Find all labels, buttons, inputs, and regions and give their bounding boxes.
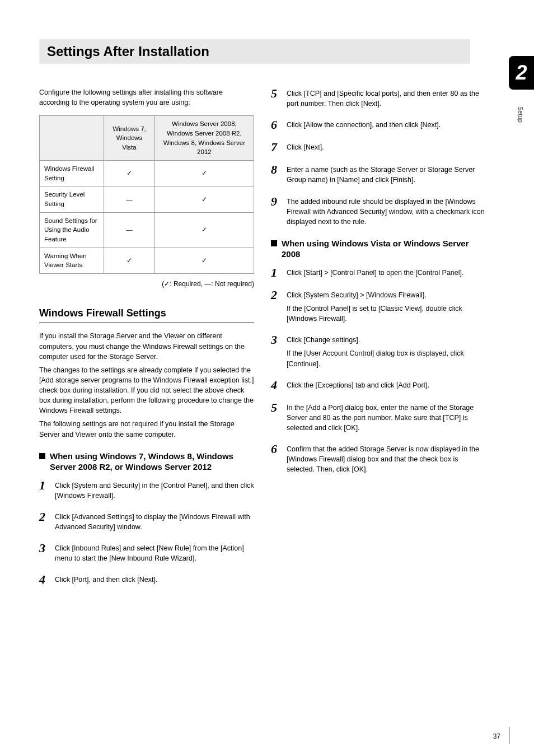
- table-row: Sound Settings for Using the Audio Featu…: [40, 212, 254, 248]
- subheading-text: When using Windows 7, Windows 8, Windows…: [50, 451, 254, 473]
- row-label: Warning When Viewer Starts: [40, 248, 104, 273]
- cell: ✓: [104, 248, 155, 273]
- para: If you install the Storage Server and th…: [39, 331, 254, 361]
- step-item: 8 Enter a name (such as the Storage Serv…: [271, 164, 486, 185]
- step-item: 2 Click [Advanced Settings] to display t…: [39, 511, 254, 532]
- row-label: Sound Settings for Using the Audio Featu…: [40, 212, 104, 248]
- intro-text: Configure the following settings after i…: [39, 87, 254, 108]
- step-item: 3 Click [Inbound Rules] and select [New …: [39, 542, 254, 563]
- step-text: Click [Next].: [287, 141, 486, 152]
- step-number: 7: [271, 141, 281, 153]
- step-number: 5: [271, 87, 281, 100]
- th-col2: Windows Server 2008, Windows Server 2008…: [154, 116, 254, 161]
- step-number: 1: [271, 267, 281, 279]
- step-text: Click [Start] > [Control Panel] to open …: [287, 268, 486, 278]
- step-item: 4 Click the [Exceptions] tab and click […: [271, 379, 486, 391]
- step-item: 4 Click [Port], and then click [Next].: [39, 573, 254, 586]
- step-number: 4: [271, 379, 281, 391]
- cell: —: [104, 186, 155, 212]
- step-item: 3 Click [Change settings]. If the [User …: [271, 334, 486, 368]
- subheading-text: When using Windows Vista or Windows Serv…: [282, 238, 486, 260]
- page-footer-bar: [509, 727, 509, 744]
- step-number: 9: [271, 195, 281, 208]
- th-col1: Windows 7, Windows Vista: [104, 116, 155, 161]
- step-number: 3: [271, 334, 281, 346]
- step-item: 6 Click [Allow the connection], and then…: [271, 119, 486, 131]
- cell: ✓: [154, 160, 254, 186]
- para: The changes to the settings are already …: [39, 365, 254, 416]
- step-number: 6: [271, 443, 281, 455]
- step-text: Click [TCP] and [Specific local ports], …: [287, 87, 486, 109]
- step-text: Confirm that the added Storage Server is…: [287, 444, 486, 474]
- cell: ✓: [104, 160, 155, 186]
- table-row: Security Level Setting — ✓: [40, 186, 254, 212]
- table-row: Warning When Viewer Starts ✓ ✓: [40, 248, 254, 273]
- step-text: Click the [Exceptions] tab and click [Ad…: [287, 380, 486, 390]
- step-number: 6: [271, 119, 281, 131]
- step-text: Click [Inbound Rules] and select [New Ru…: [55, 542, 254, 563]
- table-legend: (✓: Required, —: Not required): [39, 279, 254, 289]
- step-text: Click [Change settings].: [287, 335, 486, 345]
- step-text: Click [Advanced Settings] to display the…: [55, 511, 254, 532]
- row-label: Security Level Setting: [40, 186, 104, 212]
- cell: ✓: [154, 212, 254, 248]
- cell: ✓: [154, 186, 254, 212]
- step-number: 8: [271, 164, 281, 176]
- step-item: 1 Click [System and Security] in the [Co…: [39, 479, 254, 501]
- step-number: 4: [39, 573, 49, 586]
- step-item: 5 In the [Add a Port] dialog box, enter …: [271, 402, 486, 433]
- section-heading-firewall: Windows Firewall Settings: [39, 306, 254, 323]
- cell: ✓: [154, 248, 254, 273]
- page-number: 37: [493, 732, 500, 740]
- left-column: Configure the following settings after i…: [39, 87, 254, 596]
- step-number: 2: [271, 289, 281, 301]
- row-label: Windows Firewall Setting: [40, 160, 104, 186]
- step-text: Click [Allow the connection], and then c…: [287, 119, 486, 130]
- step-item: 6 Confirm that the added Storage Server …: [271, 443, 486, 474]
- step-item: 2 Click [System Security] > [Windows Fir…: [271, 289, 486, 324]
- square-bullet-icon: [271, 240, 277, 246]
- settings-table: Windows 7, Windows Vista Windows Server …: [39, 115, 254, 274]
- step-note: If the [User Account Control] dialog box…: [287, 348, 486, 368]
- square-bullet-icon: [39, 453, 45, 459]
- step-text: In the [Add a Port] dialog box, enter th…: [287, 403, 486, 433]
- th-blank: [40, 116, 104, 161]
- cell: —: [104, 212, 155, 248]
- step-item: 9 The added inbound rule should be displ…: [271, 195, 486, 227]
- table-row: Windows Firewall Setting ✓ ✓: [40, 160, 254, 186]
- step-item: 1 Click [Start] > [Control Panel] to ope…: [271, 267, 486, 279]
- step-text: Click [System Security] > [Windows Firew…: [287, 290, 486, 300]
- step-text: Click [Port], and then click [Next].: [55, 573, 254, 585]
- page-title: Settings After Installation: [39, 39, 470, 64]
- step-note: If the [Control Panel] is set to [Classi…: [287, 304, 486, 324]
- para: The following settings are not required …: [39, 419, 254, 439]
- step-item: 7 Click [Next].: [271, 141, 486, 153]
- subheading-win7: When using Windows 7, Windows 8, Windows…: [39, 451, 254, 473]
- step-item: 5 Click [TCP] and [Specific local ports]…: [271, 87, 486, 109]
- step-number: 2: [39, 511, 49, 523]
- step-text: Click [System and Security] in the [Cont…: [55, 479, 254, 501]
- right-column: 5 Click [TCP] and [Specific local ports]…: [271, 87, 486, 596]
- step-number: 1: [39, 479, 49, 492]
- subheading-vista: When using Windows Vista or Windows Serv…: [271, 238, 486, 260]
- step-number: 3: [39, 542, 49, 554]
- step-text: Enter a name (such as the Storage Server…: [287, 164, 486, 185]
- step-text: The added inbound rule should be display…: [287, 195, 486, 227]
- step-number: 5: [271, 402, 281, 414]
